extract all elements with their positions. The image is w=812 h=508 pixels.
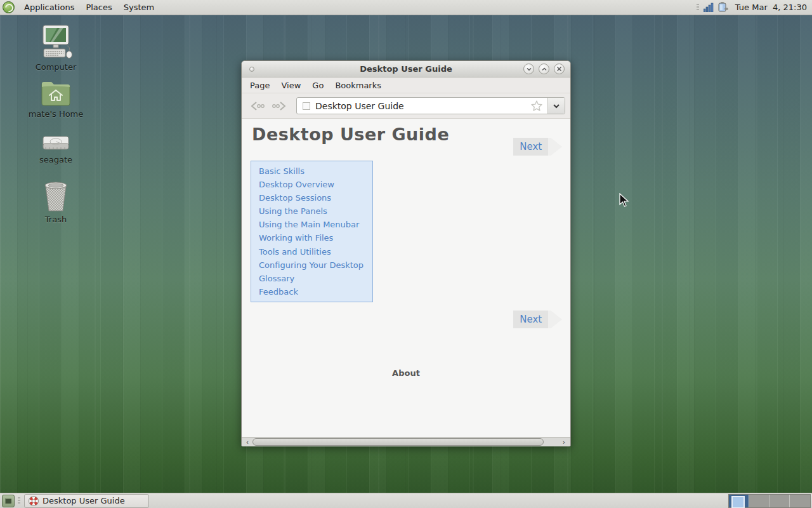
desktop-icon-home[interactable]: mate's Home	[24, 79, 88, 119]
star-icon[interactable]	[530, 100, 544, 112]
desktop-icon-label: Trash	[24, 215, 88, 224]
link-using-the-panels[interactable]: Using the Panels	[251, 204, 372, 218]
desktop-icon-seagate[interactable]: seagate	[24, 135, 88, 164]
help-window: Desktop User Guide Page View Go Bookmark…	[241, 60, 571, 446]
forward-arrow-icon[interactable]	[268, 97, 290, 115]
clock[interactable]: Tue Mar 4, 21:30	[733, 3, 807, 12]
scrollbar-thumb[interactable]	[252, 438, 544, 446]
link-using-the-main-menubar[interactable]: Using the Main Menubar	[251, 218, 372, 231]
system-tray: Tue Mar 4, 21:30	[695, 2, 812, 13]
computer-icon	[24, 24, 88, 61]
topic-link-list: Basic Skills Desktop Overview Desktop Se…	[251, 161, 373, 302]
close-icon[interactable]	[554, 64, 565, 74]
taskbar-button-help[interactable]: Desktop User Guide	[24, 494, 149, 508]
maximize-icon[interactable]	[539, 64, 549, 74]
location-text[interactable]: Desktop User Guide	[315, 101, 530, 111]
workspace-1[interactable]	[729, 495, 749, 507]
page-title: Desktop User Guide	[252, 124, 449, 144]
page-icon	[303, 102, 310, 110]
battery-icon[interactable]	[717, 2, 730, 13]
show-desktop-icon[interactable]	[2, 495, 15, 507]
next-button-bottom[interactable]: Next	[513, 311, 562, 328]
window-titlebar[interactable]: Desktop User Guide	[242, 61, 570, 77]
shade-icon[interactable]	[523, 64, 534, 74]
window-menubar: Page View Go Bookmarks	[242, 77, 570, 93]
link-desktop-overview[interactable]: Desktop Overview	[251, 178, 372, 191]
menu-bookmarks[interactable]: Bookmarks	[329, 77, 387, 93]
window-toolbar: Desktop User Guide	[242, 93, 570, 119]
next-button-top[interactable]: Next	[513, 138, 562, 156]
menu-go[interactable]: Go	[306, 77, 329, 93]
help-lifebuoy-icon	[29, 496, 39, 506]
taskbar-button-label: Desktop User Guide	[43, 496, 125, 505]
link-tools-and-utilities[interactable]: Tools and Utilities	[251, 245, 372, 258]
link-working-with-files[interactable]: Working with Files	[251, 231, 372, 244]
menu-system[interactable]: System	[118, 0, 160, 15]
trash-icon	[24, 180, 88, 213]
desktop-wallpaper: Applications Places System Tue Mar 4, 21…	[0, 0, 812, 508]
link-basic-skills[interactable]: Basic Skills	[251, 164, 372, 178]
link-desktop-sessions[interactable]: Desktop Sessions	[251, 191, 372, 204]
home-folder-icon	[24, 79, 88, 108]
location-combobox[interactable]: Desktop User Guide	[296, 97, 565, 114]
workspace-4[interactable]	[790, 495, 810, 507]
back-arrow-icon[interactable]	[247, 97, 268, 115]
menu-page[interactable]: Page	[244, 77, 275, 93]
menu-applications[interactable]: Applications	[18, 0, 80, 15]
workspace-2[interactable]	[749, 495, 769, 507]
tasklist-grip-handle[interactable]	[18, 497, 20, 505]
mouse-cursor	[619, 193, 629, 208]
desktop-icon-computer[interactable]: Computer	[24, 24, 88, 72]
chevron-down-icon[interactable]	[547, 98, 565, 114]
window-title: Desktop User Guide	[242, 64, 570, 74]
harddisk-icon	[24, 135, 88, 154]
desktop-icon-label: seagate	[24, 155, 88, 164]
tray-grip-handle[interactable]	[697, 4, 699, 11]
scroll-right-icon[interactable]: ›	[560, 438, 568, 446]
desktop-icon-label: Computer	[24, 62, 88, 72]
link-configuring-your-desktop[interactable]: Configuring Your Desktop	[251, 258, 372, 272]
bottom-panel: Desktop User Guide	[0, 493, 812, 508]
scroll-left-icon[interactable]: ‹	[243, 438, 252, 446]
workspace-switcher	[728, 494, 811, 508]
about-heading: About	[242, 368, 570, 378]
menu-view[interactable]: View	[275, 77, 306, 93]
link-feedback[interactable]: Feedback	[251, 285, 372, 298]
menu-places[interactable]: Places	[80, 0, 117, 15]
horizontal-scrollbar[interactable]: ‹ ›	[242, 437, 570, 446]
network-signal-icon[interactable]	[704, 3, 714, 12]
link-glossary[interactable]: Glossary	[251, 272, 372, 285]
desktop-icon-label: mate's Home	[24, 109, 88, 119]
help-content: Desktop User Guide Next Basic Skills Des…	[242, 119, 570, 437]
top-panel: Applications Places System Tue Mar 4, 21…	[0, 0, 812, 15]
desktop-icon-trash[interactable]: Trash	[24, 180, 88, 224]
workspace-3[interactable]	[769, 495, 790, 507]
mate-menu-icon[interactable]	[3, 1, 15, 13]
